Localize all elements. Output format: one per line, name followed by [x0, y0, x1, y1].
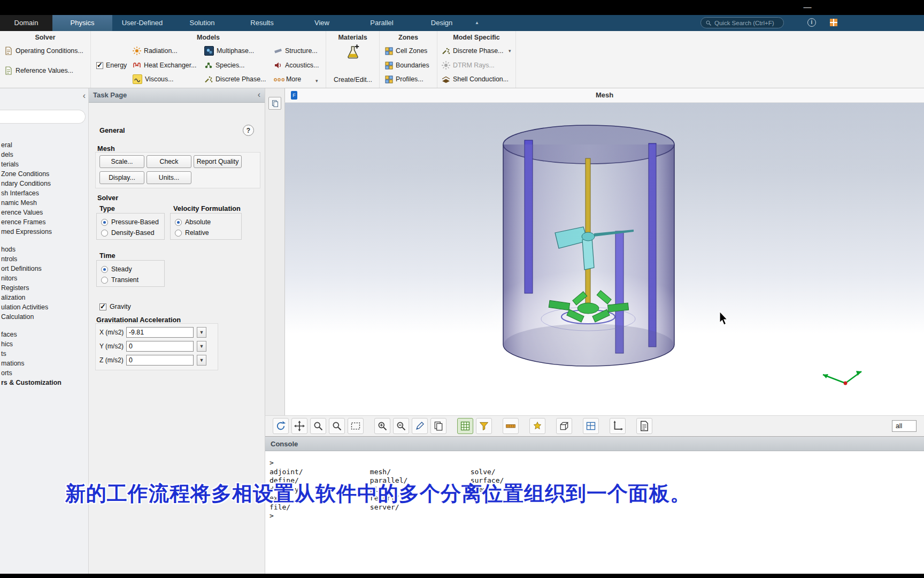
box-select-button[interactable]: [348, 418, 364, 434]
create-edit-materials-button[interactable]: Create/Edit...: [332, 42, 374, 85]
dtrm-rays-button[interactable]: DTRM Rays...: [442, 60, 495, 71]
scale-button[interactable]: Scale...: [99, 155, 144, 168]
gx-input[interactable]: [126, 327, 194, 338]
tab-solution[interactable]: Solution: [172, 15, 232, 31]
species-button[interactable]: Species...: [204, 60, 244, 71]
acoustics-button[interactable]: Acoustics...: [274, 60, 319, 71]
tree-item[interactable]: Calculation: [1, 312, 88, 322]
models-more-dropdown-icon[interactable]: ▾: [315, 78, 318, 83]
view-filter-select[interactable]: all: [892, 420, 917, 432]
shell-conduction-button[interactable]: Shell Conduction...: [442, 74, 509, 85]
tab-results[interactable]: Results: [232, 15, 292, 31]
apps-grid-icon[interactable]: [830, 19, 837, 26]
viscous-button[interactable]: Viscous...: [133, 74, 174, 85]
tree-item[interactable]: Zone Conditions: [1, 169, 88, 179]
report-quality-button[interactable]: Report Quality: [194, 155, 242, 168]
tab-design[interactable]: Design: [412, 15, 472, 31]
heat-exchanger-button[interactable]: Heat Exchanger...: [133, 60, 197, 71]
operating-conditions-button[interactable]: Operating Conditions...: [4, 45, 83, 56]
gx-dropdown-icon[interactable]: ▼: [197, 327, 206, 338]
search-input[interactable]: [714, 20, 779, 26]
help-button[interactable]: ?: [243, 125, 254, 136]
annotate-button[interactable]: [636, 418, 652, 434]
tree-item[interactable]: ndary Conditions: [1, 179, 88, 188]
filter-button[interactable]: [476, 418, 492, 434]
radio-steady[interactable]: Steady: [101, 264, 164, 275]
tree-item[interactable]: med Expressions: [1, 227, 88, 237]
tree-item[interactable]: mations: [1, 359, 88, 368]
boundaries-button[interactable]: Boundaries: [385, 60, 429, 71]
reference-values-button[interactable]: Reference Values...: [4, 65, 73, 76]
tab-domain[interactable]: Domain: [0, 15, 52, 31]
tree-selection-highlight[interactable]: [0, 110, 86, 124]
tree-item[interactable]: ts: [1, 349, 88, 359]
window-layout-button[interactable]: [583, 418, 599, 434]
zoom-window-button[interactable]: [310, 418, 326, 434]
discrete-phase-specific-button[interactable]: Discrete Phase...: [442, 45, 503, 56]
tab-view[interactable]: View: [292, 15, 352, 31]
structure-button[interactable]: Structure...: [274, 45, 318, 56]
gz-dropdown-icon[interactable]: ▼: [197, 355, 206, 366]
radio-pressure-based[interactable]: Pressure-Based: [101, 217, 164, 227]
rotate-view-button[interactable]: [273, 418, 289, 434]
tree-item[interactable]: rs & Customization: [1, 378, 88, 387]
tree-item[interactable]: namic Mesh: [1, 198, 88, 208]
tree-item[interactable]: faces: [1, 330, 88, 339]
radio-transient[interactable]: Transient: [101, 275, 164, 285]
help-info-icon[interactable]: i: [807, 18, 816, 27]
units-button[interactable]: Units...: [147, 171, 191, 184]
tree-item[interactable]: orts: [1, 368, 88, 378]
tree-item[interactable]: alization: [1, 293, 88, 302]
tree-item[interactable]: nitors: [1, 273, 88, 283]
quick-search-box[interactable]: [700, 17, 784, 28]
tree-item[interactable]: erence Frames: [1, 217, 88, 227]
radio-absolute[interactable]: Absolute: [175, 217, 241, 227]
probe-button[interactable]: [412, 418, 428, 434]
tree-item[interactable]: ort Definitions: [1, 264, 88, 273]
pan-view-button[interactable]: [291, 418, 307, 434]
tree-item[interactable]: dels: [1, 150, 88, 159]
zoom-in-button[interactable]: [374, 418, 390, 434]
tree-item[interactable]: hics: [1, 339, 88, 349]
tree-item[interactable]: terials: [1, 159, 88, 169]
task-page-collapse-icon[interactable]: ‹: [258, 90, 260, 100]
perspective-button[interactable]: [556, 418, 572, 434]
tree-collapse-icon[interactable]: ‹: [83, 91, 86, 101]
profiles-button[interactable]: Profiles...: [385, 74, 424, 85]
multiphase-button[interactable]: Multiphase...: [204, 45, 254, 56]
highlight-button[interactable]: [529, 418, 545, 434]
mesh-display-button[interactable]: [457, 418, 473, 434]
console-output[interactable]: > adjoint/ mesh/ solve/ define/ parallel…: [265, 451, 924, 574]
tree-item[interactable]: sh Interfaces: [1, 188, 88, 198]
cell-zones-button[interactable]: Cell Zones: [385, 45, 427, 56]
gy-input[interactable]: [126, 341, 194, 352]
tab-physics[interactable]: Physics: [52, 15, 112, 31]
discrete-phase-button[interactable]: Discrete Phase...: [204, 74, 266, 85]
gz-input[interactable]: [126, 355, 194, 366]
measure-button[interactable]: [503, 418, 519, 434]
check-button[interactable]: Check: [147, 155, 191, 168]
gravity-checkbox[interactable]: Gravity: [99, 303, 131, 310]
detach-task-page-button[interactable]: [268, 97, 281, 110]
copy-screenshot-button[interactable]: [430, 418, 446, 434]
gy-dropdown-icon[interactable]: ▼: [197, 341, 206, 352]
tree-item[interactable]: ulation Activities: [1, 302, 88, 312]
graphics-viewport[interactable]: [284, 103, 924, 415]
energy-checkbox[interactable]: Energy: [96, 60, 127, 71]
tree-item[interactable]: ntrols: [1, 254, 88, 264]
tab-user-defined[interactable]: User-Defined: [112, 15, 172, 31]
magnify-button[interactable]: [329, 418, 345, 434]
radio-relative[interactable]: Relative: [175, 227, 241, 238]
ribbon-collapse-caret[interactable]: ▲: [475, 15, 479, 31]
tree-item[interactable]: erence Values: [1, 208, 88, 217]
radiation-button[interactable]: Radiation...: [133, 45, 178, 56]
display-button[interactable]: Display...: [99, 171, 144, 184]
more-models-button[interactable]: ooo More: [274, 74, 301, 85]
tab-parallel[interactable]: Parallel: [352, 15, 412, 31]
radio-density-based[interactable]: Density-Based: [101, 227, 164, 238]
tree-item[interactable]: eral: [1, 140, 88, 150]
tree-item[interactable]: Registers: [1, 283, 88, 293]
discrete-phase-dropdown-icon[interactable]: ▾: [509, 48, 511, 54]
tree-item[interactable]: hods: [1, 245, 88, 254]
minimize-button[interactable]: —: [800, 2, 814, 11]
